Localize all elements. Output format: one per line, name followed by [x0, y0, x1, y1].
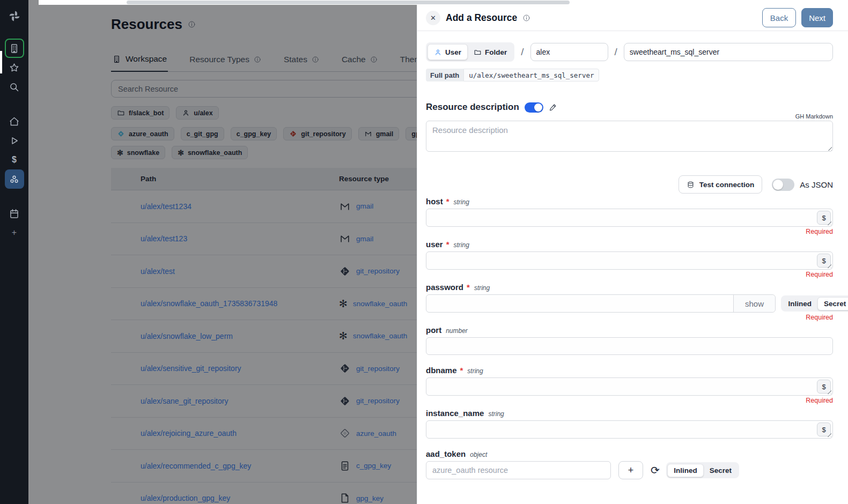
password-mode-toggle: InlinedSecret: [781, 295, 848, 312]
description-textarea[interactable]: [426, 121, 833, 152]
sidebar-item-runs[interactable]: [5, 131, 24, 150]
drawer-title: Add a Resource: [446, 12, 517, 24]
aad_token-resource-input[interactable]: [426, 461, 611, 479]
password-mode-secret[interactable]: Secret: [817, 297, 848, 310]
description-toggle[interactable]: [525, 102, 543, 113]
template-var-button[interactable]: $: [817, 380, 831, 394]
required-hint: Required: [426, 228, 833, 236]
sidebar-item-search[interactable]: [5, 77, 24, 97]
sidebar-item-favorites[interactable]: [5, 58, 24, 77]
back-button[interactable]: Back: [762, 8, 796, 27]
password-input[interactable]: show: [426, 294, 776, 313]
field-name: instance_name: [426, 409, 484, 418]
add-resource-drawer: ✕ Add a Resource Back Next User Folder /…: [417, 5, 848, 504]
field-name: aad_token: [426, 449, 466, 458]
sidebar-item-variables[interactable]: $: [5, 150, 24, 169]
pencil-icon[interactable]: [549, 103, 557, 112]
dbname-input[interactable]: $: [426, 377, 833, 396]
full-path-label: Full path: [426, 69, 463, 81]
show-password-button[interactable]: show: [733, 295, 775, 312]
as-json-toggle[interactable]: [772, 179, 794, 191]
field-user: user*string$Required: [426, 240, 833, 279]
instance_name-input[interactable]: $: [426, 420, 833, 439]
sidebar-item-home[interactable]: [5, 112, 24, 131]
add-resource-button[interactable]: +: [618, 461, 643, 479]
user-input[interactable]: $: [426, 251, 833, 270]
top-scrollbar[interactable]: [127, 1, 570, 4]
test-connection-button[interactable]: Test connection: [679, 175, 763, 194]
path-row: User Folder / /: [426, 42, 833, 62]
template-var-button[interactable]: $: [817, 254, 831, 268]
modal-overlay[interactable]: [28, 0, 417, 504]
refresh-icon[interactable]: ⟳: [651, 465, 660, 476]
field-type: string: [454, 241, 469, 249]
aad_token-mode-toggle: InlinedSecret: [666, 462, 739, 478]
field-type: string: [454, 198, 469, 206]
sidebar: $+: [0, 0, 28, 504]
required-hint: Required: [426, 314, 833, 322]
windmill-logo: [5, 6, 24, 26]
full-path-value: u/alex/sweetheart_ms_sql_server: [463, 69, 599, 81]
as-json-label: As JSON: [800, 180, 833, 189]
field-type: string: [488, 410, 504, 418]
resource-name-input[interactable]: [624, 43, 833, 61]
field-password: password*stringshowInlinedSecretRequired: [426, 283, 833, 322]
port-input[interactable]: [426, 337, 833, 355]
owner-input[interactable]: [530, 43, 608, 61]
field-name: dbname: [426, 366, 457, 375]
field-instance_name: instance_namestring$: [426, 409, 833, 446]
field-port: portnumber: [426, 325, 833, 362]
host-input[interactable]: $: [426, 209, 833, 227]
sidebar-item-schedules[interactable]: [5, 204, 24, 223]
database-icon: [687, 181, 695, 189]
owner-kind-toggle: User Folder: [426, 42, 514, 62]
template-var-button[interactable]: $: [817, 423, 831, 436]
aad_token-mode-secret[interactable]: Secret: [704, 464, 738, 477]
folder-icon: [474, 48, 482, 56]
field-name: port: [426, 325, 441, 335]
next-button[interactable]: Next: [801, 8, 833, 27]
field-type: object: [470, 451, 487, 458]
template-var-button[interactable]: $: [817, 211, 831, 225]
field-type: string: [467, 367, 483, 375]
field-type: number: [446, 327, 468, 335]
field-name: host: [426, 197, 443, 206]
full-path: Full path u/alex/sweetheart_ms_sql_serve…: [426, 69, 599, 81]
info-icon[interactable]: [522, 14, 530, 22]
left-edge-sliver: [0, 51, 2, 73]
owner-kind-user[interactable]: User: [427, 44, 468, 60]
aad_token-mode-inlined[interactable]: Inlined: [667, 464, 704, 477]
description-heading: Resource description: [426, 102, 519, 113]
user-icon: [434, 48, 442, 56]
sidebar-item-resources[interactable]: [5, 169, 24, 189]
top-strip: [39, 0, 848, 5]
required-hint: Required: [426, 271, 833, 279]
close-icon[interactable]: ✕: [426, 11, 440, 25]
sidebar-item-more[interactable]: +: [5, 223, 24, 242]
field-host: host*string$Required: [426, 197, 833, 236]
sidebar-item-workspace[interactable]: [5, 39, 24, 58]
field-name: password: [426, 283, 463, 292]
required-hint: Required: [426, 397, 833, 405]
password-mode-inlined[interactable]: Inlined: [783, 297, 818, 310]
field-type: string: [474, 284, 490, 292]
field-name: user: [426, 240, 443, 249]
markdown-hint: GH Markdown: [426, 113, 833, 120]
field-aad_token: aad_tokenobject+⟳InlinedSecret: [426, 449, 833, 487]
field-dbname: dbname*string$Required: [426, 366, 833, 405]
owner-kind-folder[interactable]: Folder: [468, 44, 513, 60]
